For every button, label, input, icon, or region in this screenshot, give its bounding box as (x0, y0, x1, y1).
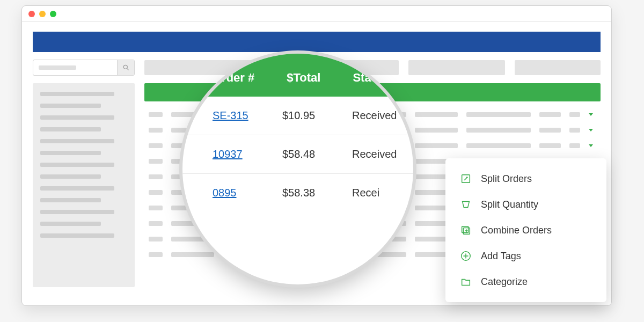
window-close-icon[interactable] (28, 11, 35, 17)
context-menu: Split Orders Split Quantity Combine Orde… (445, 158, 606, 302)
order-status: Received (352, 148, 397, 160)
window-minimize-icon[interactable] (39, 11, 46, 17)
sidebar-item[interactable] (40, 104, 101, 108)
search-button[interactable] (117, 60, 134, 76)
menu-item-label: Split Quantity (481, 199, 538, 210)
search-input[interactable] (33, 65, 117, 70)
menu-combine-orders[interactable]: Combine Orders (445, 217, 606, 243)
sidebar-item[interactable] (40, 115, 114, 120)
sidebar-item[interactable] (40, 222, 101, 226)
sidebar-item[interactable] (40, 210, 114, 214)
split-orders-icon (459, 172, 472, 185)
search-field-wrap (33, 60, 135, 76)
zoom-table-body: SE-315 $10.95 Received 10937 $58.48 Rece… (182, 97, 413, 212)
svg-rect-4 (462, 226, 469, 233)
sidebar-item[interactable] (40, 151, 101, 155)
order-link[interactable]: 0895 (213, 187, 255, 199)
chevron-down-icon[interactable] (589, 129, 593, 131)
window-maximize-icon[interactable] (50, 11, 56, 17)
sidebar-item[interactable] (40, 92, 114, 96)
split-quantity-icon (459, 198, 472, 211)
menu-item-label: Split Orders (481, 173, 532, 185)
chevron-down-icon[interactable] (589, 144, 593, 147)
categorize-icon (459, 275, 472, 288)
search-placeholder (39, 65, 76, 70)
zoom-lens: Order # $Total Status SE-315 $10.95 Rece… (182, 54, 413, 284)
zoom-row: 10937 $58.48 Received (182, 135, 413, 173)
order-status: Recei (352, 187, 379, 199)
search-icon (122, 64, 130, 71)
toolbar-placeholder (515, 60, 601, 75)
order-total: $10.95 (282, 109, 325, 122)
sidebar-item[interactable] (40, 198, 101, 202)
order-total: $58.48 (282, 148, 325, 160)
zoom-row: 0895 $58.38 Recei (182, 173, 413, 212)
sidebar-item[interactable] (40, 186, 114, 191)
svg-point-0 (123, 65, 127, 69)
filters-sidebar (33, 83, 135, 287)
menu-split-quantity[interactable]: Split Quantity (445, 192, 606, 217)
top-nav-bar (33, 32, 601, 52)
add-tags-icon (459, 250, 472, 262)
menu-item-label: Categorize (481, 276, 528, 288)
menu-add-tags[interactable]: Add Tags (445, 243, 606, 269)
order-link[interactable]: 10937 (213, 148, 255, 160)
sidebar-item[interactable] (40, 233, 114, 238)
chevron-down-icon[interactable] (589, 113, 593, 116)
sidebar-item[interactable] (40, 163, 114, 167)
zoom-row: SE-315 $10.95 Received (182, 97, 413, 135)
svg-line-1 (127, 69, 128, 70)
menu-item-label: Combine Orders (481, 225, 552, 236)
order-link[interactable]: SE-315 (213, 109, 255, 122)
menu-split-orders[interactable]: Split Orders (445, 166, 606, 192)
order-status: Received (352, 109, 397, 122)
order-total: $58.38 (282, 187, 325, 199)
menu-categorize[interactable]: Categorize (445, 269, 606, 295)
window-titlebar (22, 6, 611, 22)
sidebar-item[interactable] (40, 139, 114, 143)
col-total-header: $Total (287, 71, 320, 85)
sidebar-item[interactable] (40, 174, 101, 179)
sidebar-item[interactable] (40, 127, 101, 131)
toolbar-placeholder (408, 60, 505, 75)
menu-item-label: Add Tags (481, 251, 521, 262)
combine-orders-icon (459, 224, 472, 237)
